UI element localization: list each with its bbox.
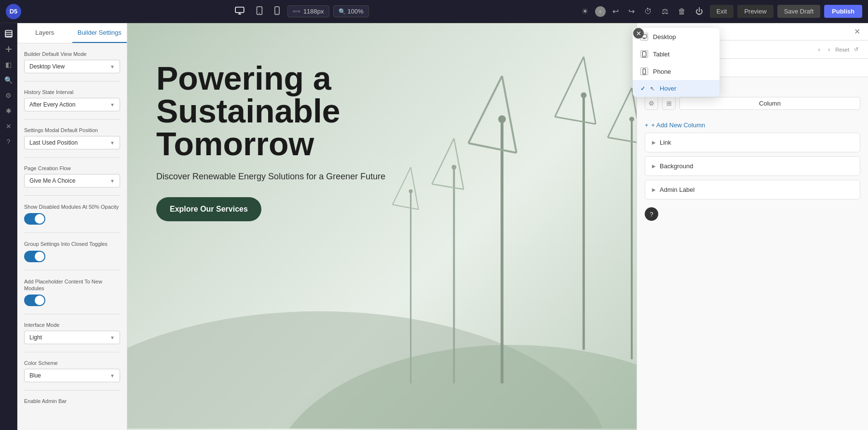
divider-6 [24, 270, 120, 270]
column-settings-icon[interactable]: ⚙ [645, 96, 658, 110]
interface-mode-group: Interface Mode Light ▼ [24, 322, 120, 344]
page-creation-label: Page Creation Flow [24, 165, 120, 171]
color-scheme-group: Color Scheme Blue ▼ [24, 360, 120, 382]
reset-label: Reset [835, 47, 849, 53]
hero-subtitle: Discover Renewable Energy Solutions for … [156, 172, 407, 182]
color-scheme-select[interactable]: Blue ▼ [24, 369, 120, 382]
dropdown-item-phone[interactable]: Phone [633, 63, 719, 80]
undo-btn[interactable]: ↩ [610, 5, 622, 18]
settings-modal-group: Settings Modal Default Position Last Use… [24, 127, 120, 149]
panel-actions: ‹ › Reset ↺ [816, 44, 860, 54]
divider-2 [24, 119, 120, 120]
hero-cta-btn[interactable]: Explore Our Services [156, 197, 261, 221]
interface-mode-label: Interface Mode [24, 322, 120, 328]
panel-tabs: Layers Builder Settings [17, 23, 127, 43]
phone-device-btn[interactable] [271, 4, 284, 19]
show-disabled-toggle[interactable] [24, 213, 45, 225]
chevron-down-icon: ▼ [110, 64, 115, 69]
dropdown-item-desktop-label: Desktop [653, 33, 676, 40]
accordion-admin-header[interactable]: ▶ Admin Label [645, 180, 860, 199]
save-draft-btn[interactable]: Save Draft [777, 5, 820, 18]
add-icon-btn[interactable] [2, 42, 15, 56]
builder-default-view-label: Builder Default View Mode [24, 51, 120, 57]
accordion-background: ▶ Background [645, 156, 860, 176]
svg-line-27 [608, 88, 632, 137]
settings-btn[interactable]: ⚖ [659, 5, 671, 18]
dropdown-item-hover[interactable]: ✓ ↖ Hover [633, 80, 719, 97]
add-column-btn[interactable]: + + Add New Column [645, 118, 860, 133]
svg-line-31 [454, 138, 463, 189]
device-state-dropdown: Desktop Tablet Phone ✓ ↖ Hover [633, 28, 719, 97]
close2-icon-btn[interactable]: ✕ [2, 120, 15, 133]
trash-btn[interactable]: 🗑 [675, 5, 689, 18]
settings2-icon-btn[interactable]: ⚙ [2, 89, 15, 102]
width-display[interactable]: ⟺ 1188px [287, 5, 329, 17]
svg-line-32 [432, 138, 454, 184]
dropdown-item-tablet[interactable]: Tablet [633, 45, 719, 63]
power-btn[interactable]: ⏻ [692, 5, 706, 18]
chevron-down-icon-6: ▼ [110, 373, 115, 378]
desktop-device-btn[interactable] [231, 5, 248, 18]
svg-line-16 [502, 76, 516, 153]
accordion-background-header[interactable]: ▶ Background [645, 157, 860, 175]
show-disabled-toggle-group: Show Disabled Modules At 50% Opacity [24, 203, 120, 225]
tablet-device-btn[interactable] [252, 4, 267, 19]
divider-5 [24, 232, 120, 233]
divider-8 [24, 352, 120, 352]
settings-modal-select[interactable]: Last Used Position ▼ [24, 136, 120, 149]
accordion-arrow-admin-icon: ▶ [652, 187, 656, 192]
column-layout-icon[interactable]: ⊞ [662, 96, 676, 110]
layers-icon-btn[interactable] [2, 27, 15, 40]
module-icon-btn[interactable]: ◧ [2, 58, 15, 71]
group-settings-toggle[interactable] [24, 251, 45, 262]
panel-action-arrow-btn[interactable]: ‹ [816, 44, 823, 54]
theme-toggle-btn[interactable]: ☀ [579, 5, 591, 18]
group-settings-label: Group Settings Into Closed Toggles [24, 241, 120, 247]
app-logo: D5 [6, 4, 21, 19]
plus-icon: + [645, 121, 649, 129]
chevron-down-icon-3: ▼ [110, 140, 115, 146]
redo-btn[interactable]: ↪ [625, 5, 637, 18]
hero-section: Powering a Sustainable Tomorrow Discover… [127, 23, 637, 430]
svg-line-22 [555, 57, 584, 117]
history-btn[interactable]: ⏱ [641, 5, 655, 18]
history-state-select[interactable]: After Every Action ▼ [24, 98, 120, 111]
search-icon-btn[interactable]: 🔍 [2, 73, 15, 87]
svg-line-36 [411, 167, 419, 210]
divider-7 [24, 314, 120, 314]
page-creation-select[interactable]: Give Me A Choice ▼ [24, 174, 120, 188]
accordion-arrow-icon: ▶ [652, 140, 656, 145]
history-state-label: History State Interval [24, 89, 120, 95]
history2-icon-btn[interactable]: ✱ [2, 104, 15, 118]
help-btn[interactable]: ? [645, 207, 658, 221]
svg-rect-0 [235, 7, 244, 12]
enable-admin-label: Enable Admin Bar [24, 398, 120, 404]
settings-modal-label: Settings Modal Default Position [24, 127, 120, 133]
builder-default-view-select[interactable]: Desktop View ▼ [24, 60, 120, 73]
accordion-admin-title: Admin Label [660, 186, 694, 193]
close-panel-btn[interactable]: ✕ [854, 27, 860, 36]
publish-btn[interactable]: Publish [824, 5, 862, 18]
svg-point-34 [451, 165, 456, 170]
dark-mode-btn[interactable]: ● [595, 6, 606, 17]
canvas: Powering a Sustainable Tomorrow Discover… [127, 23, 637, 430]
help-icon-btn[interactable]: ? [2, 135, 15, 148]
tab-layers[interactable]: Layers [17, 23, 72, 43]
preview-btn[interactable]: Preview [737, 5, 773, 18]
add-placeholder-toggle[interactable] [24, 295, 45, 306]
divider-3 [24, 157, 120, 158]
panel-content: Builder Default View Mode Desktop View ▼… [17, 43, 127, 412]
exit-btn[interactable]: Exit [710, 5, 734, 18]
dropdown-item-desktop[interactable]: Desktop [633, 28, 719, 45]
tab-builder-settings[interactable]: Builder Settings [72, 23, 127, 43]
accordion-link-header[interactable]: ▶ Link [645, 133, 860, 152]
reset-btn[interactable]: ↺ [852, 45, 860, 54]
zoom-display[interactable]: 🔍 100% [333, 5, 369, 17]
svg-line-21 [583, 57, 596, 124]
dropdown-close-btn[interactable]: ✕ [633, 28, 644, 39]
group-settings-toggle-group: Group Settings Into Closed Toggles [24, 241, 120, 262]
svg-line-33 [432, 184, 464, 189]
panel-action-arrow-right-btn[interactable]: › [826, 44, 832, 54]
divider-1 [24, 81, 120, 81]
interface-mode-select[interactable]: Light ▼ [24, 331, 120, 344]
